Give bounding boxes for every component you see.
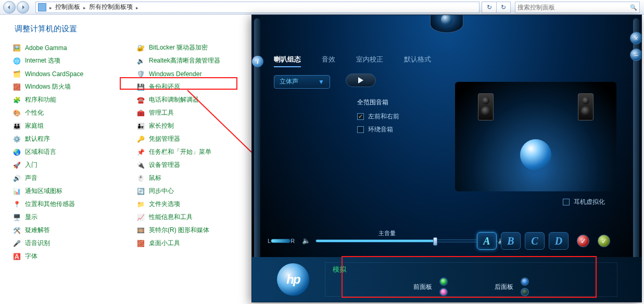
cp-item[interactable]: 🌏区域和语言 bbox=[11, 145, 135, 159]
cp-item-label: 同步中心 bbox=[149, 187, 174, 196]
cp-item[interactable]: 🛡️Windows Defender bbox=[135, 67, 259, 80]
cp-item[interactable]: 🧰管理工具 bbox=[135, 106, 259, 119]
balance-slider[interactable] bbox=[271, 239, 291, 243]
cp-item-icon: 🧱 bbox=[136, 239, 145, 248]
speaker-mute-icon[interactable]: 🔈 bbox=[302, 237, 310, 245]
breadcrumb-all-items[interactable]: 所有控制面板项 bbox=[87, 3, 135, 11]
cp-item[interactable]: 🔑凭据管理器 bbox=[135, 132, 259, 145]
main-volume-slider[interactable] bbox=[315, 239, 489, 242]
device-c-button[interactable]: C bbox=[525, 232, 545, 250]
device-buttons: A B C D bbox=[477, 232, 610, 250]
cp-item-label: 通知区域图标 bbox=[25, 187, 62, 196]
speaker-left-icon[interactable] bbox=[478, 93, 494, 120]
speaker-right-icon[interactable] bbox=[578, 93, 594, 120]
cp-item[interactable]: 🧱桌面小工具 bbox=[135, 237, 259, 250]
cp-item[interactable]: ☎️电话和调制解调器 bbox=[135, 93, 259, 106]
device-b-button[interactable]: B bbox=[501, 232, 521, 250]
cp-item-icon: 🧩 bbox=[12, 96, 21, 104]
cp-item[interactable]: 🌐Internet 选项 bbox=[11, 54, 135, 67]
cp-item-label: 家庭组 bbox=[25, 121, 44, 130]
search-input[interactable] bbox=[517, 4, 630, 11]
address-bar[interactable]: 控制面板 所有控制面板项 bbox=[35, 2, 479, 13]
refresh-button[interactable] bbox=[496, 2, 511, 13]
cp-item[interactable]: 📈性能信息和工具 bbox=[135, 211, 259, 224]
cp-item[interactable]: 🎞️英特尔(R) 图形和媒体 bbox=[135, 224, 259, 237]
tab-room-correction[interactable]: 室内校正 bbox=[356, 55, 383, 67]
cp-item[interactable]: 🔐BitLocker 驱动器加密 bbox=[135, 41, 259, 54]
jack-front-green[interactable] bbox=[439, 277, 448, 286]
minimize-button[interactable]: – bbox=[630, 48, 642, 61]
cp-item-label: 鼠标 bbox=[149, 174, 161, 183]
balance-r-label: R bbox=[291, 238, 295, 244]
cp-item-icon: 🧱 bbox=[12, 83, 21, 91]
breadcrumb-root[interactable]: 控制面板 bbox=[53, 3, 82, 11]
cp-item[interactable]: 📌任务栏和「开始」菜单 bbox=[135, 145, 259, 159]
nav-bar: 控制面板 所有控制面板项 bbox=[0, 0, 644, 15]
volume-knob[interactable] bbox=[433, 237, 437, 246]
main-volume-label: 主音量 bbox=[378, 229, 396, 237]
cp-item[interactable]: ⚙️默认程序 bbox=[11, 132, 135, 145]
cp-item[interactable]: 👨‍👧家长控制 bbox=[135, 119, 259, 132]
cp-item-label: Realtek高清晰音频管理器 bbox=[149, 56, 220, 65]
cp-item[interactable]: 🎨个性化 bbox=[11, 106, 135, 119]
cp-item-label: 疑难解答 bbox=[25, 226, 50, 235]
info-button[interactable]: i bbox=[252, 56, 263, 67]
checkbox-box bbox=[357, 126, 364, 133]
cp-item[interactable]: 🧩程序和功能 bbox=[11, 93, 135, 106]
cp-item-icon: 🚀 bbox=[12, 161, 21, 169]
tab-bar: 喇叭组态 音效 室内校正 默认格式 bbox=[274, 55, 431, 67]
breadcrumb-sep bbox=[48, 4, 53, 11]
cp-item[interactable]: 🧱Windows 防火墙 bbox=[11, 80, 135, 93]
cp-item[interactable]: 🖥️显示 bbox=[11, 211, 135, 224]
cp-item[interactable]: 🅰️字体 bbox=[11, 250, 135, 263]
speaker-config-select[interactable]: 立体声 ▼ bbox=[274, 75, 330, 89]
checkbox-label: 左前和右前 bbox=[368, 112, 399, 121]
cp-item[interactable]: 🖼️Adobe Gamma bbox=[11, 41, 135, 54]
tab-speaker-config[interactable]: 喇叭组态 bbox=[274, 55, 301, 67]
jack-front-pink[interactable] bbox=[439, 288, 448, 296]
apply-button[interactable] bbox=[577, 235, 589, 247]
cp-item-label: BitLocker 驱动器加密 bbox=[149, 43, 208, 52]
jack-rear-black[interactable] bbox=[521, 288, 529, 296]
cp-item[interactable]: 👪家庭组 bbox=[11, 119, 135, 132]
cp-item-icon: 📊 bbox=[12, 187, 21, 196]
cp-item-icon: 🎞️ bbox=[136, 226, 145, 235]
tab-default-format[interactable]: 默认格式 bbox=[404, 55, 431, 67]
checkbox-label: 耳机虚拟化 bbox=[574, 198, 605, 206]
cp-item-icon: 🔌 bbox=[136, 161, 145, 169]
jack-rear-blue[interactable] bbox=[521, 277, 529, 286]
cp-item[interactable]: 📍位置和其他传感器 bbox=[11, 198, 135, 211]
cp-item[interactable]: 💾备份和还原 bbox=[135, 80, 259, 93]
cp-item[interactable]: 🖱️鼠标 bbox=[135, 172, 259, 185]
cp-item-icon: 🖥️ bbox=[12, 213, 21, 222]
address-dropdown[interactable] bbox=[482, 2, 496, 13]
speaker-config-value: 立体声 bbox=[280, 77, 298, 86]
back-button[interactable] bbox=[3, 1, 16, 14]
cp-item[interactable]: 🚀入门 bbox=[11, 159, 135, 172]
checkbox-headphone-virtualization[interactable]: 耳机虚拟化 bbox=[563, 198, 605, 206]
cp-item[interactable]: 🔄同步中心 bbox=[135, 185, 259, 198]
cp-item[interactable]: 🎤语音识别 bbox=[11, 237, 135, 250]
search-box[interactable] bbox=[515, 2, 640, 13]
test-play-button[interactable] bbox=[346, 74, 376, 87]
cp-item-icon: 🖼️ bbox=[12, 44, 21, 52]
cp-item[interactable]: 🔉Realtek高清晰音频管理器 bbox=[135, 54, 259, 67]
cp-item[interactable]: 🔊声音 bbox=[11, 172, 135, 185]
reset-button[interactable] bbox=[598, 235, 610, 247]
forward-button[interactable] bbox=[17, 1, 29, 14]
cp-item[interactable]: 📁文件夹选项 bbox=[135, 198, 259, 211]
device-a-button[interactable]: A bbox=[477, 232, 497, 250]
close-button[interactable]: × bbox=[630, 32, 642, 44]
cp-item-label: 位置和其他传感器 bbox=[25, 200, 75, 209]
cp-item-icon: ⚙️ bbox=[12, 135, 21, 143]
cp-item[interactable]: 📊通知区域图标 bbox=[11, 185, 135, 198]
cp-item[interactable]: 🔌设备管理器 bbox=[135, 159, 259, 172]
device-d-button[interactable]: D bbox=[549, 232, 569, 250]
tab-sound-effects[interactable]: 音效 bbox=[322, 55, 335, 67]
cp-item[interactable]: 🗂️Windows CardSpace bbox=[11, 67, 135, 80]
checkbox-label: 环绕音箱 bbox=[368, 125, 393, 134]
cp-item-label: 管理工具 bbox=[149, 108, 174, 117]
cp-item-icon: 👨‍👧 bbox=[136, 122, 145, 130]
cp-item-label: 文件夹选项 bbox=[149, 200, 180, 209]
cp-item[interactable]: 🛠️疑难解答 bbox=[11, 224, 135, 237]
